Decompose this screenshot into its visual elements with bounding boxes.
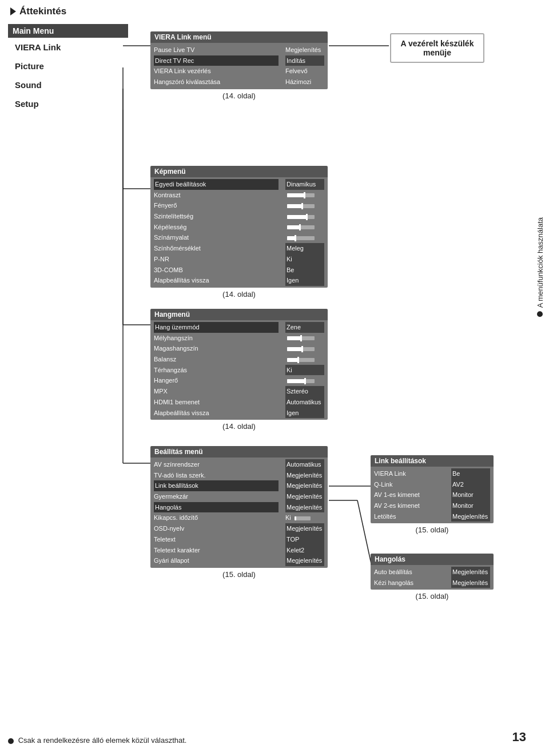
snd-item-3: Balansz [154,354,279,365]
set-val-8: Kelet2 [285,545,324,556]
set-item-4: Hangolás [154,502,279,513]
set-item-1: TV-adó lista szerk. [154,470,279,481]
link-item-3: AV 2-es kimenet [374,500,444,511]
hangolas-values: Megjelenítés Megjelenítés [448,565,494,590]
hang-val-0: Megjelenítés [451,567,490,578]
set-item-5: Kikapcs. időzítő [154,512,279,523]
pic-val-5 [285,232,324,243]
set-val-9: Megjelenítés [285,555,324,566]
title-triangle-icon [10,7,16,15]
link-val-0: Be [451,468,490,479]
hangolas-title: Hangolás [371,554,494,565]
pic-val-9: Igen [285,275,324,286]
pic-item-1: Kontraszt [154,190,279,201]
set-val-0: Automatikus [285,459,324,470]
setup-items: AV színrendszer TV-adó lista szerk. Link… [150,457,282,568]
setup-panel: Beállítás menü AV színrendszer TV-adó li… [150,446,328,579]
set-val-6: Megjelenítés [285,523,324,534]
page-header: Áttekintés [0,0,549,19]
snd-item-4: Térhangzás [154,365,279,376]
pic-item-9: Alapbeállítás vissza [154,275,279,286]
pic-item-3: Szintelítettség [154,211,279,222]
pic-val-2 [285,200,324,211]
snd-val-7: Automatikus [285,397,324,408]
viera-item-3: Hangszóró kiválasztása [154,77,279,87]
viera-val-0: Megjelenítés [285,45,324,55]
pic-item-0: Egyedi beállítások [154,179,279,190]
setup-values: Automatikus Megjelenítés Megjelenítés Me… [282,457,328,568]
link-val-3: Monitor [451,500,490,511]
link-page-ref: (15. oldal) [371,526,494,534]
svg-line-12 [357,500,372,566]
viera-val-3: Házimozi [285,77,324,87]
link-beallitasok-title: Link beállítások [371,455,494,467]
page-title: Áttekintés [19,6,66,17]
set-val-4: Megjelenítés [285,502,324,513]
link-item-2: AV 1-es kimenet [374,490,444,500]
viera-link-menu-title: VIERA Link menü [150,31,328,43]
snd-item-0: Hang üzemmód [154,322,279,333]
pic-val-3 [285,211,324,222]
viera-link-items: Pause Live TV Direct TV Rec VIERA Link v… [150,43,282,89]
pic-val-4 [285,222,324,233]
sidebar-vertical-label: A menüfunkciók használata [536,217,544,317]
link-item-4: Letöltés [374,511,444,522]
sound-menu-title: Hangmenü [150,309,328,320]
pic-item-2: Fényerő [154,200,279,211]
hangolas-items: Auto beállítás Kézi hangolás [371,565,448,590]
footer: Csak a rendelkezésre álló elemek közül v… [8,730,526,745]
snd-item-6: MPX [154,386,279,397]
hangolas-page-ref: (15. oldal) [371,592,494,600]
link-item-0: VIERA Link [374,468,444,479]
viera-page-ref: (14. oldal) [150,91,328,100]
sidebar-bullet-icon [538,311,543,317]
snd-item-2: Magashangszín [154,343,279,354]
main-menu: Main Menu VIERA Link Picture Sound Setup [8,24,128,113]
snd-val-6: Szteréo [285,386,324,397]
set-item-8: Teletext karakter [154,545,279,556]
snd-item-1: Mélyhangszín [154,333,279,344]
footer-bullet-icon [8,738,14,744]
snd-val-0: Zene [285,322,324,333]
main-menu-item-viera[interactable]: VIERA Link [8,38,128,57]
link-values: Be AV2 Monitor Monitor Megjelenítés [448,467,494,523]
main-menu-item-setup[interactable]: Setup [8,94,128,113]
set-item-0: AV színrendszer [154,459,279,470]
set-item-3: Gyermekzár [154,491,279,502]
pic-val-0: Dinamikus [285,179,324,190]
set-item-7: Teletext [154,534,279,545]
hangolas-panel: Hangolás Auto beállítás Kézi hangolás Me… [371,554,494,600]
link-beallitasok-panel: Link beállítások VIERA Link Q-Link AV 1-… [371,455,494,534]
arrow-label-box: A vezérelt készülék menüje [390,33,484,63]
hang-val-1: Megjelenítés [451,578,490,588]
viera-val-2: Felvevő [285,66,324,77]
sound-items: Hang üzemmód Mélyhangszín Magashangszín … [150,320,282,420]
main-menu-item-sound[interactable]: Sound [8,75,128,94]
picture-items: Egyedi beállítások Kontraszt Fényerő Szi… [150,177,282,288]
pic-val-8: Be [285,265,324,276]
sound-values: Zene Ki Szteréo Automatikus Igen [282,320,328,420]
picture-panel: Képmenü Egyedi beállítások Kontraszt Fén… [150,166,328,299]
pic-item-7: P-NR [154,254,279,265]
snd-val-5 [285,375,324,386]
snd-item-5: Hangerő [154,375,279,386]
viera-item-0: Pause Live TV [154,45,279,55]
page-number: 13 [512,730,526,745]
main-menu-title: Main Menu [8,24,128,38]
link-val-4: Megjelenítés [451,511,490,522]
pic-item-4: Képélesség [154,222,279,233]
pic-val-6: Meleg [285,243,324,254]
viera-item-2: VIERA Link vezérlés [154,66,279,77]
snd-item-7: HDMI1 bemenet [154,397,279,408]
set-val-2: Megjelenítés [285,480,324,491]
viera-item-1: Direct TV Rec [154,55,279,66]
viera-val-1: Indítás [285,55,324,66]
setup-page-ref: (15. oldal) [150,570,328,579]
snd-val-8: Igen [285,408,324,419]
link-items: VIERA Link Q-Link AV 1-es kimenet AV 2-e… [371,467,448,523]
viera-link-panel: VIERA Link menü Pause Live TV Direct TV … [150,31,328,100]
main-menu-item-picture[interactable]: Picture [8,57,128,75]
pic-item-8: 3D-COMB [154,265,279,276]
viera-link-values: Megjelenítés Indítás Felvevő Házimozi [282,43,328,89]
pic-item-6: Színhőmérséklet [154,243,279,254]
